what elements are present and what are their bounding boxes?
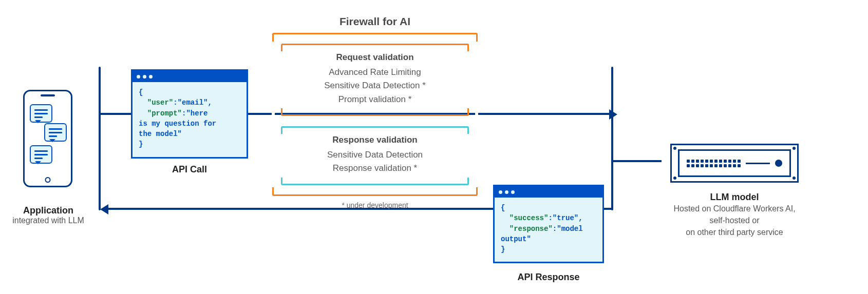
code-line: "success":"true", (501, 213, 596, 223)
validation-item: Response validation * (293, 162, 457, 175)
firewall-section: Firewall for AI Request validation Advan… (272, 15, 478, 209)
llm-section: LLM model Hosted on Cloudflare Workers A… (652, 144, 817, 239)
code-line: "prompt":"here (139, 108, 240, 119)
api-call-window: { "user":"email", "prompt":"here is my q… (131, 69, 248, 159)
diagram-canvas: Application integrated with LLM { "user"… (0, 0, 868, 294)
api-call-body: { "user":"email", "prompt":"here is my q… (133, 82, 247, 157)
api-response-window: { "success":"true", "response":"model ou… (493, 185, 604, 263)
application-label: Application integrated with LLM (10, 205, 86, 225)
chat-bubble-icon (30, 104, 52, 123)
api-response-body: { "success":"true", "response":"model ou… (495, 198, 602, 262)
chat-bubble-icon (30, 145, 52, 164)
code-line: output" (501, 234, 596, 244)
request-validation-title: Request validation (293, 52, 457, 63)
server-line-icon (746, 163, 770, 164)
firewall-title: Firewall for AI (272, 15, 478, 28)
request-validation-items: Advanced Rate Limiting Sensitive Data De… (293, 66, 457, 106)
window-titlebar (495, 186, 602, 198)
firewall-footnote: * under development (272, 201, 478, 209)
code-line: } (501, 244, 596, 254)
llm-subtitle: Hosted on Cloudflare Workers AI, self-ho… (652, 203, 817, 239)
llm-sub-line: on other third party service (652, 226, 817, 238)
validation-item: Sensitive Data Detection * (293, 79, 457, 92)
llm-title: LLM model (652, 192, 817, 203)
code-line: { (139, 87, 240, 97)
validation-item: Advanced Rate Limiting (293, 66, 457, 79)
server-led-icon (775, 160, 782, 167)
phone-icon (23, 90, 72, 187)
code-line: } (139, 139, 240, 149)
llm-sub-line: Hosted on Cloudflare Workers AI, (652, 203, 817, 214)
application-title: Application (10, 205, 86, 216)
api-response-label: API Response (493, 272, 604, 283)
vertical-bar-right (611, 67, 613, 210)
window-titlebar (133, 71, 247, 82)
response-validation-items: Sensitive Data Detection Response valida… (293, 148, 457, 175)
code-line: is my question for (139, 119, 240, 129)
validation-item: Sensitive Data Detection (293, 148, 457, 162)
code-line: { (501, 203, 596, 213)
application-phone (20, 90, 76, 187)
phone-home-button-icon (45, 177, 51, 183)
api-call-label: API Call (131, 164, 248, 175)
response-validation-title: Response validation (293, 135, 457, 145)
application-subtitle: integrated with LLM (10, 216, 86, 225)
chat-bubble-icon (44, 123, 67, 142)
vertical-bar-left (99, 67, 101, 210)
validation-item: Prompt validation * (293, 93, 457, 106)
response-validation-bracket: Response validation Sensitive Data Detec… (281, 126, 469, 185)
llm-server-icon (670, 144, 799, 183)
server-vents-icon (687, 160, 741, 167)
llm-sub-line: self-hosted or (652, 214, 817, 226)
code-line: "user":"email", (139, 97, 240, 108)
phone-notch (41, 94, 55, 96)
request-validation-bracket: Request validation Advanced Rate Limitin… (281, 44, 469, 116)
firewall-bracket: Request validation Advanced Rate Limitin… (272, 33, 478, 196)
code-line: "response":"model (501, 224, 596, 234)
arrow-left-icon (95, 204, 108, 214)
code-line: the model" (139, 129, 240, 139)
arrow-right-icon (609, 109, 622, 120)
